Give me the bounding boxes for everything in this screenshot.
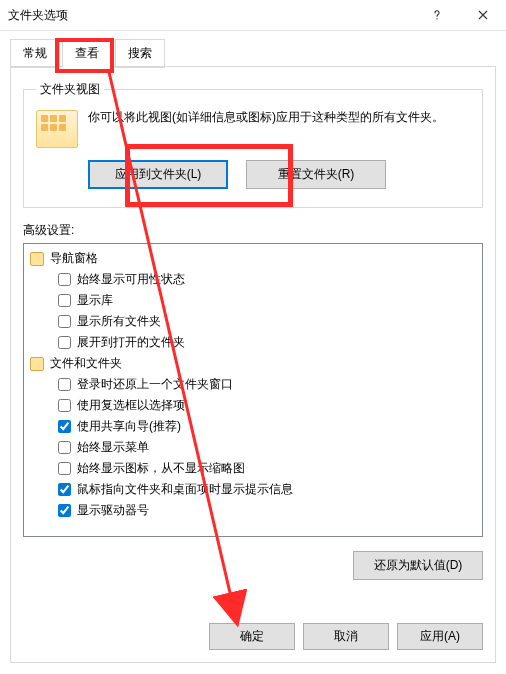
apply-button[interactable]: 应用(A) (397, 623, 483, 650)
tree-group-label: 文件和文件夹 (50, 355, 122, 372)
apply-to-folders-button[interactable]: 应用到文件夹(L) (88, 160, 228, 189)
tab-panel-view: 文件夹视图 你可以将此视图(如详细信息或图标)应用于这种类型的所有文件夹。 应用… (10, 66, 496, 663)
close-button[interactable] (460, 0, 506, 31)
dialog-content: 常规 查看 搜索 文件夹视图 你可以将此视图(如详细信息或图标)应用于这种类型的… (0, 31, 506, 674)
tree-item-label: 显示驱动器号 (77, 502, 149, 519)
tree-item-label: 鼠标指向文件夹和桌面项时显示提示信息 (77, 481, 293, 498)
tree-item-label: 使用复选框以选择项 (77, 397, 185, 414)
tree-item[interactable]: 始终显示菜单 (58, 437, 476, 458)
tree-checkbox[interactable] (58, 273, 71, 286)
tree-item[interactable]: 显示驱动器号 (58, 500, 476, 521)
tree-checkbox[interactable] (58, 399, 71, 412)
folder-view-group: 文件夹视图 你可以将此视图(如详细信息或图标)应用于这种类型的所有文件夹。 应用… (23, 81, 483, 208)
tree-item-label: 始终显示菜单 (77, 439, 149, 456)
tree-item-label: 登录时还原上一个文件夹窗口 (77, 376, 233, 393)
advanced-settings-tree[interactable]: 导航窗格始终显示可用性状态显示库显示所有文件夹展开到打开的文件夹文件和文件夹登录… (23, 243, 483, 537)
tree-item-label: 显示所有文件夹 (77, 313, 161, 330)
tree-item[interactable]: 显示所有文件夹 (58, 311, 476, 332)
tab-search[interactable]: 搜索 (115, 39, 165, 68)
restore-defaults-button[interactable]: 还原为默认值(D) (353, 551, 483, 580)
tree-item-label: 始终显示可用性状态 (77, 271, 185, 288)
advanced-settings-label: 高级设置: (23, 222, 483, 239)
tree-checkbox[interactable] (58, 315, 71, 328)
folder-view-legend: 文件夹视图 (36, 81, 104, 98)
tree-checkbox[interactable] (58, 483, 71, 496)
tree-group: 文件和文件夹 (30, 353, 476, 374)
tab-view[interactable]: 查看 (62, 39, 112, 68)
tree-checkbox[interactable] (58, 294, 71, 307)
tree-checkbox[interactable] (58, 504, 71, 517)
ok-button[interactable]: 确定 (209, 623, 295, 650)
cancel-button[interactable]: 取消 (303, 623, 389, 650)
dialog-title: 文件夹选项 (8, 7, 414, 24)
tree-item[interactable]: 鼠标指向文件夹和桌面项时显示提示信息 (58, 479, 476, 500)
folder-view-desc: 你可以将此视图(如详细信息或图标)应用于这种类型的所有文件夹。 (88, 108, 470, 126)
tree-item[interactable]: 始终显示图标，从不显示缩略图 (58, 458, 476, 479)
tree-item-label: 始终显示图标，从不显示缩略图 (77, 460, 245, 477)
tree-group: 导航窗格 (30, 248, 476, 269)
tree-item[interactable]: 始终显示可用性状态 (58, 269, 476, 290)
tree-checkbox[interactable] (58, 378, 71, 391)
tree-item[interactable]: 使用复选框以选择项 (58, 395, 476, 416)
folder-group-icon (30, 357, 44, 371)
tree-group-label: 导航窗格 (50, 250, 98, 267)
tree-item-label: 显示库 (77, 292, 113, 309)
tree-item[interactable]: 登录时还原上一个文件夹窗口 (58, 374, 476, 395)
tree-checkbox[interactable] (58, 336, 71, 349)
title-bar: 文件夹选项 (0, 0, 506, 31)
tree-checkbox[interactable] (58, 462, 71, 475)
tree-item[interactable]: 显示库 (58, 290, 476, 311)
help-button[interactable] (414, 0, 460, 31)
tab-strip: 常规 查看 搜索 (10, 39, 496, 67)
folder-icon (36, 110, 78, 148)
tree-item-label: 使用共享向导(推荐) (77, 418, 181, 435)
tree-item[interactable]: 使用共享向导(推荐) (58, 416, 476, 437)
tree-item-label: 展开到打开的文件夹 (77, 334, 185, 351)
tree-checkbox[interactable] (58, 441, 71, 454)
reset-folders-button[interactable]: 重置文件夹(R) (246, 160, 386, 189)
tree-item[interactable]: 展开到打开的文件夹 (58, 332, 476, 353)
tree-checkbox[interactable] (58, 420, 71, 433)
nav-pane-icon (30, 252, 44, 266)
tab-general[interactable]: 常规 (10, 39, 60, 68)
